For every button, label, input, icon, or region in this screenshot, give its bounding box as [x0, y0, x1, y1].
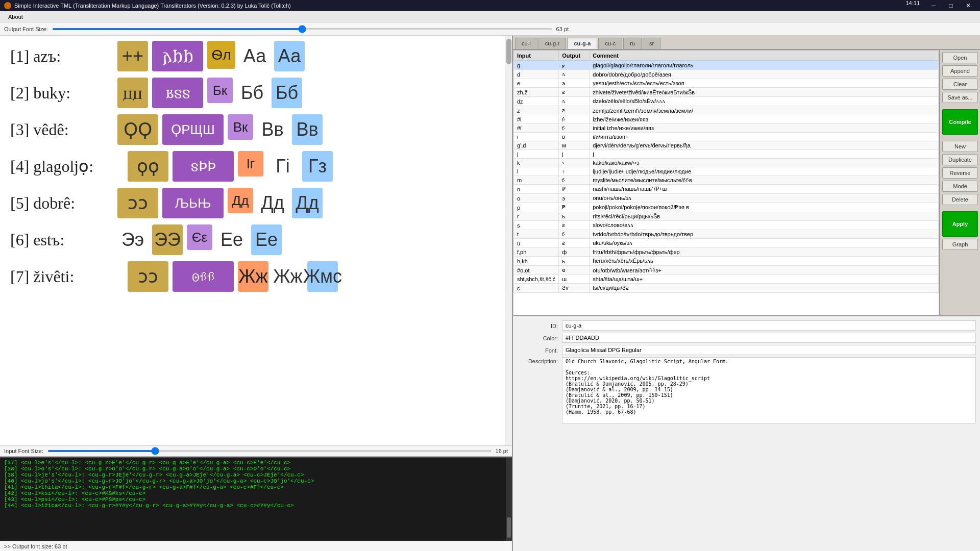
- table-row[interactable]: l↑ljudije/ljudie/l'udje/людье/людиє/люди…: [514, 167, 939, 176]
- menu-about[interactable]: About: [4, 13, 27, 21]
- table-row[interactable]: gℊglagoli/glagoljo/глаголи/глаголи/глаго…: [514, 61, 939, 70]
- maximize-button[interactable]: □: [943, 0, 959, 11]
- cell-comment: djervi/dérv/dervь/g'ervь/đervь/г'ервь/ђа: [590, 141, 939, 150]
- clear-button[interactable]: Clear: [942, 79, 978, 90]
- tab-cu-g-r[interactable]: cu-g-r: [538, 38, 567, 49]
- text-area[interactable]: [37] <cu-l>e's'</cu-l>: <cu-g-r>E'e'</cu…: [0, 457, 512, 541]
- detail-color-input[interactable]: [562, 333, 976, 343]
- open-button[interactable]: Open: [942, 52, 978, 63]
- cell-output: ꙅ: [559, 239, 590, 248]
- table-row[interactable]: dꙉdobro/dobré/добро/добрě/азея: [514, 70, 939, 79]
- buttons-panel: Open Append Clear Save as... Compile New…: [939, 50, 980, 315]
- table-row[interactable]: dzꙉdzelo/zělo/sělo/sBlo/sĚw/ꙉꙉꙉ: [514, 97, 939, 106]
- tab-ru[interactable]: ru: [623, 38, 642, 49]
- cell-input: dz: [514, 97, 559, 106]
- detail-id-input[interactable]: [562, 320, 976, 331]
- save-as-button[interactable]: Save as...: [942, 92, 978, 103]
- preview-row-4: [4] glagoljọ: ϙϙ 𐍃ϷϷ Іг Гі Гз: [10, 151, 502, 182]
- table-row[interactable]: h,khьheru/xěrь/xěrь/хĚрь/ьꙉь: [514, 257, 939, 266]
- table-row[interactable]: #iꟗizhe/iže/иже/ижеи/яяз: [514, 115, 939, 124]
- table-row[interactable]: mꟗmyslite/мьслите/мыслите/мысльте/ꟗꟗв: [514, 176, 939, 185]
- append-button[interactable]: Append: [942, 65, 978, 77]
- table-row[interactable]: tꟗtvrido/tvrbdo/tvrbdo/тврьдо/тврьдо/тве…: [514, 230, 939, 239]
- text-line: [44] <cu-l>ižica</cu-l>: <cu-g-r>#Y#y</c…: [4, 503, 508, 509]
- detail-color-label: Color:: [517, 334, 558, 341]
- cell-input: #i': [514, 124, 559, 133]
- table-row[interactable]: sht,shch,št,šč,ćшshta/šta/ща/шта/ш+: [514, 275, 939, 284]
- table-row[interactable]: n₽nashi/нашь/нашь/нашьʼ/₽+ш: [514, 185, 939, 194]
- char-box: ↄↄ: [117, 188, 158, 218]
- table-row[interactable]: jjj: [514, 150, 939, 159]
- table-row[interactable]: rьrítsi/rěci/rěci/рьци/рцы/ьŠв: [514, 212, 939, 221]
- transliteration-table: Input Output Comment gℊglagoli/glagoljo/…: [513, 51, 939, 293]
- table-row[interactable]: iвi/и/инта/взоп+: [514, 133, 939, 141]
- cell-input: m: [514, 176, 559, 185]
- cell-comment: j: [590, 150, 939, 159]
- graph-button[interactable]: Graph: [942, 239, 978, 250]
- detail-font-input[interactable]: [562, 345, 976, 355]
- cell-output: э: [559, 194, 590, 203]
- minimize-button[interactable]: ─: [926, 0, 941, 11]
- time-display: 14:11: [905, 0, 920, 11]
- cell-input: s: [514, 221, 559, 230]
- char-box: Дд: [292, 188, 323, 218]
- detail-description-textarea[interactable]: Old Church Slavonic, Glagolitic Script, …: [562, 357, 976, 423]
- table-row[interactable]: oэonu/онъ/онь/эꙉ: [514, 194, 939, 203]
- text-line: [41] <cu-l>thita</cu-l>: <cu-g-r>F#f</cu…: [4, 484, 508, 490]
- table-body: gℊglagoli/glagoljo/глаголи/глаголи/глаго…: [514, 61, 939, 293]
- tab-cu-l[interactable]: cu-l: [515, 38, 537, 49]
- table-row[interactable]: zh,žꙅzhivete/živete/živêti/живĚте/живБти…: [514, 88, 939, 97]
- cell-output: ꙅ: [559, 88, 590, 97]
- text-line: [43] <cu-l>psi</cu-l>: <cu-c>#PS#ps</cu-…: [4, 496, 508, 503]
- table-row[interactable]: eэyestu/jesth/есть/єсть/есть/есть/эзоп: [514, 79, 939, 88]
- detail-description-label: Description:: [517, 357, 558, 364]
- cell-comment: pokoji/pokoi/pokoję/покои/покой/₱эя в: [590, 203, 939, 212]
- reverse-button[interactable]: Reverse: [942, 167, 978, 179]
- row-label-1: [1] azъ:: [10, 47, 117, 66]
- table-row[interactable]: k›kako/како/какw/›‹э: [514, 159, 939, 167]
- table-row[interactable]: zꙅzemlja/zemli/zeml'i/земля/земла/земли/: [514, 106, 939, 115]
- apply-button[interactable]: Apply: [942, 211, 978, 237]
- cell-input: f,ph: [514, 248, 559, 257]
- cell-output: ₱: [559, 203, 590, 212]
- delete-button[interactable]: Delete: [942, 194, 978, 205]
- table-row[interactable]: uꙅuku/ukь/оукь/эꙉ: [514, 239, 939, 248]
- duplicate-button[interactable]: Duplicate: [942, 154, 978, 165]
- preview-scrollbar-thumb[interactable]: [506, 39, 511, 64]
- tab-sr[interactable]: sr: [643, 38, 660, 49]
- tab-cu-c[interactable]: cu-c: [598, 38, 622, 49]
- preview-row-7: [7] živêti: ↄↄ 𐍈ꟗꟗ Жж Жж Жмс: [10, 261, 502, 292]
- input-fontsize-slider[interactable]: [47, 450, 491, 452]
- table-row[interactable]: p₱pokoji/pokoi/pokoję/покои/покой/₱эя в: [514, 203, 939, 212]
- table-scroll[interactable]: Input Output Comment gℊglagoli/glagoljo/…: [513, 50, 939, 315]
- output-fontsize-slider[interactable]: [52, 28, 552, 30]
- preview-row-1: [1] azъ: ++ 𐌰𐌷𐌷 Ѳл Аа Аа: [10, 41, 502, 71]
- cell-input: e: [514, 79, 559, 88]
- cell-comment: tvrido/tvrbdo/tvrbdo/тврьдо/тврьдо/твер: [590, 230, 939, 239]
- mode-button[interactable]: Mode: [942, 181, 978, 192]
- preview-panel: [1] azъ: ++ 𐌰𐌷𐌷 Ѳл Аа Аа [2] buky: ꙡꙡ 𐌱𐍃: [0, 36, 513, 551]
- table-row[interactable]: cꙄvtsi/ci/ци/цы/Ꙅꙅ: [514, 284, 939, 293]
- close-button[interactable]: ✕: [961, 0, 976, 11]
- preview-row-6: [6] estъ: Ээ ЭЭ Єε Ее Ее: [10, 224, 502, 255]
- preview-scrollbar[interactable]: [505, 36, 512, 445]
- table-row[interactable]: sꙅslovo/слово/ꙅꙉꙉ: [514, 221, 939, 230]
- char-box: ЭЭ: [152, 224, 183, 255]
- col-header-output: Output: [559, 51, 590, 61]
- cell-input: c: [514, 284, 559, 293]
- tab-cu-g-a[interactable]: cu-g-a: [567, 38, 597, 49]
- new-button[interactable]: New: [942, 141, 978, 152]
- right-panel: cu-l cu-g-r cu-g-a cu-c ru sr Input Outp…: [513, 36, 980, 551]
- table-row[interactable]: f,phфfritu/frbth/фрьтъ/фрьть/фрьть/фер: [514, 248, 939, 257]
- compile-button[interactable]: Compile: [942, 109, 978, 135]
- titlebar-controls: 14:11 ─ □ ✕: [905, 0, 976, 11]
- char-box: Бк: [207, 78, 233, 103]
- text-area-scrollbar[interactable]: [506, 458, 512, 541]
- cell-input: sht,shch,št,šč,ć: [514, 275, 559, 284]
- char-boxes-2: ꙡꙡ 𐌱𐍃𐍃 Бк Бб Бб: [117, 78, 302, 108]
- table-row[interactable]: #i'ꟗinitial izhe/иже/ижеи/яяз: [514, 124, 939, 133]
- table-row[interactable]: #o,otꙩotu/otb/wtb/wмега/эот/ꟗꟗз+: [514, 266, 939, 275]
- table-row[interactable]: g',dмdjervi/dérv/dervь/g'ervь/đervь/г'ер…: [514, 141, 939, 150]
- preview-content: [1] azъ: ++ 𐌰𐌷𐌷 Ѳл Аа Аа [2] buky: ꙡꙡ 𐌱𐍃: [0, 36, 512, 445]
- text-area-scrollbar-thumb[interactable]: [507, 517, 511, 538]
